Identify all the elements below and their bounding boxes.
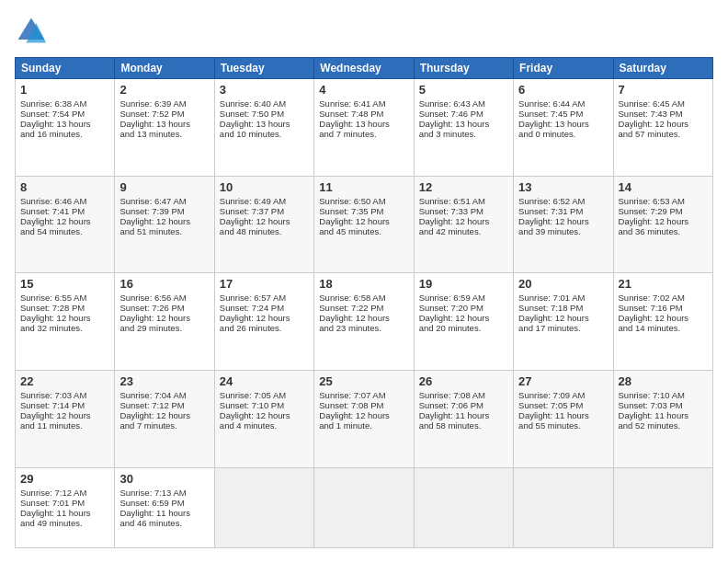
day-info-line: Sunset: 7:14 PM (20, 400, 109, 410)
day-number: 11 (319, 180, 408, 194)
day-info-line: Daylight: 12 hours (220, 410, 309, 420)
calendar-header-sunday: Sunday (16, 58, 115, 79)
calendar-cell: 14Sunrise: 6:53 AMSunset: 7:29 PMDayligh… (613, 176, 712, 273)
day-number: 14 (619, 180, 708, 194)
calendar-cell: 20Sunrise: 7:01 AMSunset: 7:18 PMDayligh… (514, 273, 613, 371)
day-info-line: Sunset: 7:29 PM (619, 206, 708, 216)
calendar-cell: 1Sunrise: 6:38 AMSunset: 7:54 PMDaylight… (16, 79, 115, 177)
day-info-line: and 49 minutes. (20, 518, 109, 528)
day-info-line: Sunrise: 7:13 AM (119, 488, 209, 498)
calendar-header-saturday: Saturday (613, 58, 712, 79)
day-number: 23 (119, 374, 209, 388)
day-info-line: and 58 minutes. (419, 420, 508, 431)
day-info-line: Daylight: 13 hours (518, 119, 608, 129)
day-info-line: and 51 minutes. (119, 226, 209, 236)
day-info-line: and 57 minutes. (619, 129, 708, 139)
day-info-line: and 54 minutes. (20, 226, 109, 236)
day-info-line: Sunset: 7:46 PM (419, 109, 508, 119)
calendar-cell (314, 467, 414, 547)
day-info-line: Daylight: 13 hours (419, 119, 508, 129)
day-info-line: Sunrise: 6:39 AM (119, 98, 209, 109)
day-info-line: Daylight: 12 hours (20, 410, 109, 420)
day-number: 12 (419, 180, 508, 194)
day-info-line: Daylight: 13 hours (20, 119, 109, 129)
day-info-line: Sunrise: 6:38 AM (20, 98, 109, 109)
logo (15, 15, 51, 48)
day-number: 21 (619, 277, 708, 291)
calendar-cell: 24Sunrise: 7:05 AMSunset: 7:10 PMDayligh… (214, 371, 313, 468)
day-info-line: Daylight: 11 hours (20, 508, 109, 518)
day-info-line: Sunrise: 6:44 AM (518, 98, 608, 109)
day-info-line: and 17 minutes. (518, 323, 608, 333)
day-info-line: Sunset: 7:22 PM (319, 303, 408, 313)
calendar-week-row: 1Sunrise: 6:38 AMSunset: 7:54 PMDaylight… (16, 79, 713, 177)
day-info-line: and 4 minutes. (220, 420, 309, 431)
day-info-line: and 7 minutes. (119, 420, 209, 431)
day-info-line: Sunset: 7:26 PM (119, 303, 209, 313)
day-number: 13 (518, 180, 608, 194)
calendar-cell: 28Sunrise: 7:10 AMSunset: 7:03 PMDayligh… (613, 371, 712, 468)
day-number: 27 (518, 374, 608, 388)
day-info-line: Daylight: 12 hours (119, 410, 209, 420)
calendar-cell: 22Sunrise: 7:03 AMSunset: 7:14 PMDayligh… (16, 371, 115, 468)
day-info-line: Sunset: 7:24 PM (220, 303, 309, 313)
day-number: 6 (518, 83, 608, 97)
day-info-line: and 10 minutes. (220, 129, 309, 139)
day-info-line: Daylight: 11 hours (119, 508, 209, 518)
day-info-line: Sunset: 7:45 PM (518, 109, 608, 119)
day-info-line: and 3 minutes. (419, 129, 508, 139)
day-number: 15 (20, 277, 109, 291)
calendar-header-tuesday: Tuesday (214, 58, 313, 79)
day-info-line: Daylight: 11 hours (619, 410, 708, 420)
day-info-line: Sunrise: 6:41 AM (319, 98, 408, 109)
day-info-line: Daylight: 12 hours (619, 216, 708, 226)
day-info-line: Sunset: 6:59 PM (119, 498, 209, 508)
day-info-line: and 42 minutes. (419, 226, 508, 236)
calendar-header-wednesday: Wednesday (314, 58, 414, 79)
day-info-line: Sunset: 7:08 PM (319, 400, 408, 410)
day-info-line: Daylight: 13 hours (119, 119, 209, 129)
day-info-line: and 13 minutes. (119, 129, 209, 139)
day-info-line: Sunrise: 6:43 AM (419, 98, 508, 109)
day-number: 30 (119, 472, 209, 486)
day-info-line: Sunrise: 6:53 AM (619, 196, 708, 206)
day-number: 9 (119, 180, 209, 194)
day-number: 8 (20, 180, 109, 194)
day-info-line: Daylight: 12 hours (20, 313, 109, 323)
day-number: 18 (319, 277, 408, 291)
day-info-line: Daylight: 11 hours (419, 410, 508, 420)
day-info-line: Sunset: 7:37 PM (220, 206, 309, 216)
day-info-line: Sunrise: 6:55 AM (20, 293, 109, 303)
day-number: 16 (119, 277, 209, 291)
day-info-line: Daylight: 13 hours (319, 119, 408, 129)
calendar-cell (214, 467, 313, 547)
calendar-cell: 13Sunrise: 6:52 AMSunset: 7:31 PMDayligh… (514, 176, 613, 273)
day-info-line: Sunset: 7:35 PM (319, 206, 408, 216)
day-info-line: Daylight: 12 hours (518, 216, 608, 226)
day-info-line: Sunrise: 6:46 AM (20, 196, 109, 206)
calendar-cell: 30Sunrise: 7:13 AMSunset: 6:59 PMDayligh… (115, 467, 214, 547)
day-info-line: Sunset: 7:48 PM (319, 109, 408, 119)
day-info-line: Sunset: 7:10 PM (220, 400, 309, 410)
day-info-line: Sunset: 7:03 PM (619, 400, 708, 410)
day-info-line: and 48 minutes. (220, 226, 309, 236)
day-info-line: Sunrise: 6:57 AM (220, 293, 309, 303)
calendar-week-row: 29Sunrise: 7:12 AMSunset: 7:01 PMDayligh… (16, 467, 713, 547)
day-info-line: Sunrise: 6:59 AM (419, 293, 508, 303)
day-info-line: Sunrise: 6:49 AM (220, 196, 309, 206)
calendar-header-row: SundayMondayTuesdayWednesdayThursdayFrid… (16, 58, 713, 79)
calendar-cell: 15Sunrise: 6:55 AMSunset: 7:28 PMDayligh… (16, 273, 115, 371)
day-info-line: Daylight: 12 hours (319, 313, 408, 323)
day-info-line: and 20 minutes. (419, 323, 508, 333)
day-info-line: Sunset: 7:20 PM (419, 303, 508, 313)
day-number: 3 (220, 83, 309, 97)
logo-icon (15, 15, 48, 48)
day-info-line: Sunrise: 7:07 AM (319, 390, 408, 400)
day-info-line: Sunrise: 7:10 AM (619, 390, 708, 400)
calendar-week-row: 15Sunrise: 6:55 AMSunset: 7:28 PMDayligh… (16, 273, 713, 371)
day-info-line: Daylight: 12 hours (119, 313, 209, 323)
calendar-week-row: 22Sunrise: 7:03 AMSunset: 7:14 PMDayligh… (16, 371, 713, 468)
day-info-line: Daylight: 12 hours (220, 313, 309, 323)
day-number: 26 (419, 374, 508, 388)
day-number: 19 (419, 277, 508, 291)
